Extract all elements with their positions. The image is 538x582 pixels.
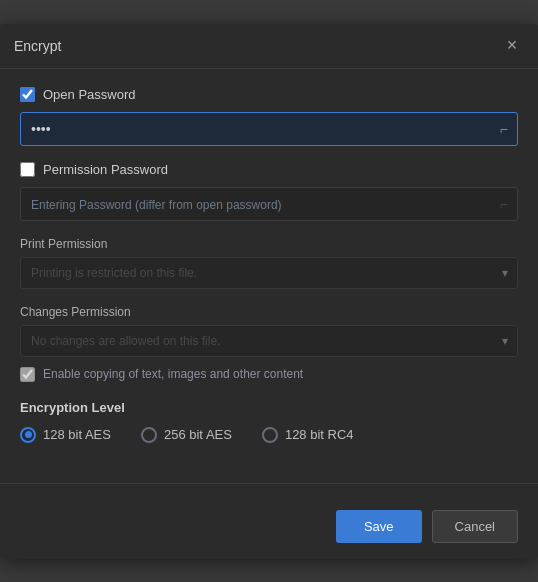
permission-password-section: Permission Password ⌐ — [20, 162, 518, 221]
permission-password-eye-icon: ⌐ — [500, 196, 508, 212]
open-password-input[interactable] — [20, 112, 518, 146]
dialog-content: Open Password ⌐ Permission Password ⌐ Pr… — [0, 69, 538, 473]
open-password-field-wrapper: ⌐ — [20, 112, 518, 146]
radio-256aes-label: 256 bit AES — [164, 427, 232, 442]
permission-password-row: Permission Password — [20, 162, 518, 177]
footer-separator — [0, 483, 538, 484]
encryption-section: Encryption Level 128 bit AES 256 bit AES… — [20, 400, 518, 443]
open-password-eye-icon[interactable]: ⌐ — [500, 121, 508, 137]
copy-content-checkbox — [20, 367, 35, 382]
radio-item-128rc4[interactable]: 128 bit RC4 — [262, 427, 354, 443]
print-permission-select-wrapper: Printing is restricted on this file. Low… — [20, 257, 518, 289]
permission-password-checkbox[interactable] — [20, 162, 35, 177]
open-password-checkbox[interactable] — [20, 87, 35, 102]
changes-permission-select: No changes are allowed on this file. Ins… — [20, 325, 518, 357]
changes-permission-select-wrapper: No changes are allowed on this file. Ins… — [20, 325, 518, 357]
changes-permission-label: Changes Permission — [20, 305, 518, 319]
dialog-title: Encrypt — [14, 38, 61, 54]
radio-128rc4-label: 128 bit RC4 — [285, 427, 354, 442]
open-password-row: Open Password — [20, 87, 518, 102]
copy-content-row: Enable copying of text, images and other… — [20, 367, 518, 382]
radio-item-256aes[interactable]: 256 bit AES — [141, 427, 232, 443]
print-permission-section: Print Permission Printing is restricted … — [20, 237, 518, 289]
cancel-button[interactable]: Cancel — [432, 510, 518, 543]
permission-password-label: Permission Password — [43, 162, 168, 177]
print-permission-label: Print Permission — [20, 237, 518, 251]
open-password-label: Open Password — [43, 87, 136, 102]
copy-content-label: Enable copying of text, images and other… — [43, 367, 303, 381]
print-permission-select: Printing is restricted on this file. Low… — [20, 257, 518, 289]
radio-128aes-label: 128 bit AES — [43, 427, 111, 442]
open-password-section: Open Password ⌐ — [20, 87, 518, 146]
changes-permission-section: Changes Permission No changes are allowe… — [20, 305, 518, 382]
encryption-title: Encryption Level — [20, 400, 518, 415]
dialog-footer: Save Cancel — [0, 498, 538, 559]
permission-password-field-wrapper: ⌐ — [20, 187, 518, 221]
encryption-radio-group: 128 bit AES 256 bit AES 128 bit RC4 — [20, 427, 518, 443]
radio-256aes-indicator — [141, 427, 157, 443]
encrypt-dialog: Encrypt × Open Password ⌐ Permission Pas… — [0, 24, 538, 559]
permission-password-input — [20, 187, 518, 221]
radio-128aes-indicator — [20, 427, 36, 443]
close-button[interactable]: × — [500, 34, 524, 58]
save-button[interactable]: Save — [336, 510, 422, 543]
radio-128rc4-indicator — [262, 427, 278, 443]
radio-item-128aes[interactable]: 128 bit AES — [20, 427, 111, 443]
title-bar: Encrypt × — [0, 24, 538, 69]
